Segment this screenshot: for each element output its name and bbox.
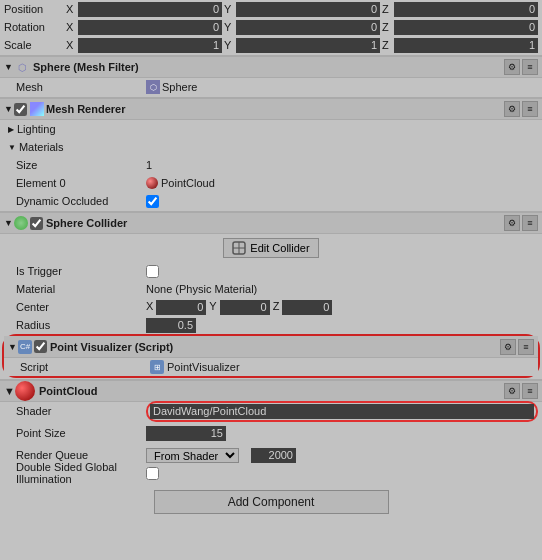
position-y-field: Y [224,2,380,17]
rx-label: X [66,21,78,33]
shader-label: Shader [16,405,146,417]
pv-buttons: ⚙ ≡ [500,339,534,355]
rotation-x-input[interactable] [78,20,222,35]
center-y-input[interactable] [220,300,270,315]
lighting-sub-header[interactable]: ▶ Lighting [0,120,542,138]
scale-fields: X Y Z [66,38,538,53]
sphere-collider-header[interactable]: ▼ Sphere Collider ⚙ ≡ [0,212,542,234]
size-value: 1 [146,159,152,171]
sphere-collider-checkbox[interactable] [30,217,43,230]
sphere-collider-menu-btn[interactable]: ≡ [522,215,538,231]
script-file-icon: ⊞ [150,360,164,374]
double-sided-checkbox[interactable] [146,467,159,480]
sphere-mesh-icon: ⬡ [146,80,160,94]
mesh-renderer-arrow[interactable]: ▼ [4,104,14,114]
sz-label: Z [382,39,394,51]
pointcloud-material-ball [15,381,35,401]
is-trigger-checkbox[interactable] [146,265,159,278]
mesh-filter-menu-btn[interactable]: ≡ [522,59,538,75]
sx-label: X [66,39,78,51]
pc-buttons: ⚙ ≡ [504,383,538,399]
pointcloud-material-header[interactable]: ▼ PointCloud ⚙ ≡ [0,380,542,402]
mesh-renderer-menu-btn[interactable]: ≡ [522,101,538,117]
scale-x-input[interactable] [78,38,222,53]
center-x-input[interactable] [156,300,206,315]
ry-label: Y [224,21,236,33]
add-component-button[interactable]: Add Component [154,490,389,514]
pv-settings-btn[interactable]: ⚙ [500,339,516,355]
rotation-y-field: Y [224,20,380,35]
cy-label: Y [209,300,216,315]
x-label: X [66,3,78,15]
double-sided-label: Double Sided Global Illumination [16,461,146,485]
material-prop-row: Material None (Physic Material) [0,280,542,298]
pv-checkbox[interactable] [34,340,47,353]
scale-z-input[interactable] [394,38,538,53]
rotation-x-field: X [66,20,222,35]
mesh-filter-arrow[interactable]: ▼ [4,62,14,72]
dynamic-occluded-label: Dynamic Occluded [16,195,146,207]
pc-arrow[interactable]: ▼ [4,385,15,397]
position-z-input[interactable] [394,2,538,17]
mesh-renderer-icon [30,102,44,116]
rotation-y-input[interactable] [236,20,380,35]
center-label: Center [16,301,146,313]
mesh-filter-settings-btn[interactable]: ⚙ [504,59,520,75]
rotation-fields: X Y Z [66,20,538,35]
point-size-label: Point Size [16,427,146,439]
pc-menu-btn[interactable]: ≡ [522,383,538,399]
shader-row: Shader [0,402,542,420]
is-trigger-label: Is Trigger [16,265,146,277]
render-queue-value[interactable] [251,448,296,463]
cx-label: X [146,300,153,315]
sphere-collider-settings-btn[interactable]: ⚙ [504,215,520,231]
point-size-row: Point Size [0,424,542,442]
mesh-filter-buttons: ⚙ ≡ [504,59,538,75]
radius-input[interactable] [146,318,196,333]
sphere-collider-arrow[interactable]: ▼ [4,218,14,228]
edit-collider-icon [232,241,246,255]
pc-settings-btn[interactable]: ⚙ [504,383,520,399]
rz-label: Z [382,21,394,33]
sphere-collider-buttons: ⚙ ≡ [504,215,538,231]
rotation-z-input[interactable] [394,20,538,35]
pv-arrow[interactable]: ▼ [8,342,18,352]
rotation-row: Rotation X Y Z [0,18,542,36]
radius-label: Radius [16,319,146,331]
mesh-renderer-checkbox[interactable] [14,103,27,116]
scale-y-field: Y [224,38,380,53]
mesh-renderer-header[interactable]: ▼ Mesh Renderer ⚙ ≡ [0,98,542,120]
dynamic-occluded-checkbox[interactable] [146,195,159,208]
render-queue-dropdown[interactable]: From Shader [146,448,239,463]
shader-input[interactable] [150,404,534,419]
collider-material-label: Material [16,283,146,295]
position-y-input[interactable] [236,2,380,17]
rotation-z-field: Z [382,20,538,35]
mesh-renderer-settings-btn[interactable]: ⚙ [504,101,520,117]
edit-collider-label: Edit Collider [250,242,309,254]
mesh-value: Sphere [162,81,197,93]
mesh-filter-header[interactable]: ▼ ⬡ Sphere (Mesh Filter) ⚙ ≡ [0,56,542,78]
script-label: Script [20,361,150,373]
pv-script-icon: C# [18,340,32,354]
point-visualizer-header[interactable]: ▼ C# Point Visualizer (Script) ⚙ ≡ [4,336,538,358]
position-label: Position [4,3,66,15]
materials-sub-header[interactable]: ▼ Materials [0,138,542,156]
script-value: PointVisualizer [167,361,240,373]
element0-row: Element 0 PointCloud [0,174,542,192]
script-row: Script ⊞ PointVisualizer [4,358,538,376]
edit-collider-btn[interactable]: Edit Collider [223,238,318,258]
mesh-label: Mesh [16,81,146,93]
center-z-input[interactable] [282,300,332,315]
dynamic-occluded-row: Dynamic Occluded [0,192,542,210]
pv-menu-btn[interactable]: ≡ [518,339,534,355]
point-size-input[interactable] [146,426,226,441]
sphere-collider-icon [14,216,28,230]
position-x-input[interactable] [78,2,222,17]
size-row: Size 1 [0,156,542,174]
add-component-row: Add Component [0,482,542,522]
position-z-field: Z [382,2,538,17]
edit-collider-row: Edit Collider [0,234,542,262]
element0-material-icon [146,177,158,189]
scale-y-input[interactable] [236,38,380,53]
